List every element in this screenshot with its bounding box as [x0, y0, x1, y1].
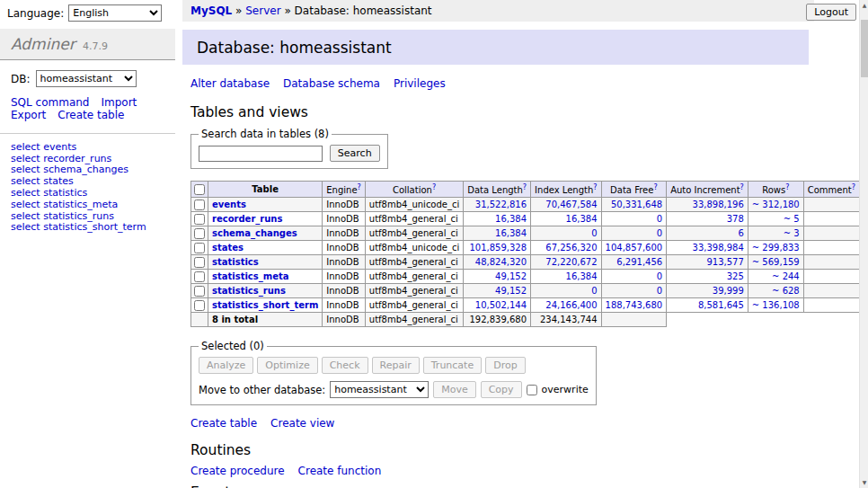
- db-action-link-alter-database[interactable]: Alter database: [190, 77, 270, 90]
- breadcrumb-link[interactable]: MySQL: [190, 4, 232, 17]
- sidebar-link-import[interactable]: Import: [101, 96, 137, 109]
- sidebar-select-link[interactable]: select: [11, 199, 40, 210]
- scroll-down-arrow[interactable]: ▼: [860, 477, 868, 488]
- sidebar-select-link[interactable]: select: [11, 187, 40, 199]
- search-button[interactable]: Search: [330, 145, 380, 162]
- auto-increment-link[interactable]: 325: [727, 271, 744, 281]
- auto-increment-link[interactable]: 33,398,984: [693, 243, 744, 253]
- sidebar-table-link[interactable]: recorder_runs: [43, 153, 111, 164]
- auto-increment-link[interactable]: 6: [738, 228, 743, 238]
- column-help-link[interactable]: ?: [852, 183, 855, 191]
- create-link-create-function[interactable]: Create function: [298, 465, 382, 477]
- bulk-drop-button[interactable]: Drop: [485, 357, 525, 374]
- index-length-link[interactable]: 0: [591, 286, 597, 296]
- move-button[interactable]: Move: [433, 381, 476, 398]
- data-length-link[interactable]: 10,502,144: [475, 300, 527, 310]
- row-checkbox[interactable]: [194, 257, 205, 268]
- language-select[interactable]: English: [68, 4, 162, 22]
- auto-increment-link[interactable]: 378: [727, 214, 744, 224]
- bulk-analyze-button[interactable]: Analyze: [199, 357, 253, 374]
- data-free-link[interactable]: 0: [657, 286, 662, 296]
- db-action-link-privileges[interactable]: Privileges: [394, 77, 446, 90]
- rows-link[interactable]: ~ 244: [772, 271, 800, 281]
- table-name-link[interactable]: statistics_runs: [212, 286, 286, 296]
- data-free-link[interactable]: 0: [657, 214, 662, 224]
- index-length-link[interactable]: 70,467,584: [545, 200, 597, 209]
- bulk-check-button[interactable]: Check: [322, 357, 368, 374]
- create-link-create-procedure[interactable]: Create procedure: [190, 465, 285, 477]
- index-length-link[interactable]: 16,384: [566, 214, 598, 224]
- scroll-up-arrow[interactable]: ▲: [860, 0, 868, 11]
- sidebar-table-link[interactable]: events: [43, 141, 76, 153]
- auto-increment-link[interactable]: 39,999: [713, 286, 744, 296]
- data-length-link[interactable]: 16,384: [495, 228, 527, 238]
- breadcrumb-link[interactable]: Server: [245, 4, 280, 17]
- sidebar-link-create-table[interactable]: Create table: [58, 109, 124, 121]
- data-length-link[interactable]: 48,824,320: [475, 257, 527, 267]
- scrollbar[interactable]: ▲ ▼: [859, 0, 868, 488]
- app-name-link[interactable]: Adminer: [11, 35, 75, 53]
- data-free-link[interactable]: 0: [657, 271, 662, 281]
- search-input[interactable]: [199, 146, 323, 162]
- bulk-optimize-button[interactable]: Optimize: [257, 357, 317, 374]
- bulk-truncate-button[interactable]: Truncate: [423, 357, 482, 374]
- table-name-link[interactable]: schema_changes: [212, 228, 297, 238]
- row-checkbox[interactable]: [194, 200, 205, 210]
- data-length-link[interactable]: 49,152: [495, 286, 527, 296]
- table-name-link[interactable]: recorder_runs: [212, 214, 282, 224]
- row-checkbox[interactable]: [194, 228, 205, 239]
- auto-increment-link[interactable]: 8,581,645: [698, 300, 744, 310]
- row-checkbox[interactable]: [194, 271, 205, 282]
- auto-increment-link[interactable]: 33,898,196: [693, 200, 744, 209]
- table-name-link[interactable]: states: [212, 243, 244, 253]
- sidebar-select-link[interactable]: select: [11, 164, 40, 175]
- index-length-link[interactable]: 24,166,400: [545, 300, 597, 310]
- sidebar-table-link[interactable]: statistics_short_term: [43, 221, 146, 233]
- table-name-link[interactable]: statistics_meta: [212, 271, 288, 281]
- sidebar-select-link[interactable]: select: [11, 153, 40, 164]
- sidebar-link-export[interactable]: Export: [11, 109, 46, 121]
- row-checkbox[interactable]: [194, 300, 205, 311]
- index-length-link[interactable]: 72,220,672: [545, 257, 597, 267]
- data-length-link[interactable]: 31,522,816: [475, 200, 527, 209]
- sidebar-select-link[interactable]: select: [11, 175, 40, 187]
- column-help-link[interactable]: ?: [785, 183, 789, 191]
- data-length-link[interactable]: 49,152: [495, 271, 527, 281]
- data-free-link[interactable]: 188,743,680: [606, 300, 663, 310]
- index-length-link[interactable]: 0: [591, 228, 597, 238]
- column-help-link[interactable]: ?: [593, 183, 597, 191]
- sidebar-select-link[interactable]: select: [11, 221, 40, 233]
- column-help-link[interactable]: ?: [740, 183, 744, 191]
- db-select[interactable]: homeassistant: [36, 70, 137, 87]
- rows-link[interactable]: ~ 299,833: [752, 243, 800, 253]
- sidebar-select-link[interactable]: select: [11, 210, 40, 222]
- sidebar-select-link[interactable]: select: [11, 141, 40, 153]
- create-link-create-view[interactable]: Create view: [270, 417, 334, 430]
- data-free-link[interactable]: 50,331,648: [611, 200, 662, 209]
- row-checkbox[interactable]: [194, 214, 205, 225]
- rows-link[interactable]: ~ 628: [772, 286, 800, 296]
- bulk-repair-button[interactable]: Repair: [372, 357, 420, 374]
- row-checkbox[interactable]: [194, 286, 205, 297]
- index-length-link[interactable]: 67,256,320: [545, 243, 597, 253]
- sidebar-table-link[interactable]: states: [43, 175, 74, 187]
- rows-link[interactable]: ~ 136,108: [752, 300, 800, 310]
- rows-link[interactable]: ~ 3: [784, 228, 800, 238]
- table-name-link[interactable]: statistics: [212, 257, 259, 267]
- data-free-link[interactable]: 6,291,456: [616, 257, 662, 267]
- data-length-link[interactable]: 16,384: [495, 214, 527, 224]
- data-length-link[interactable]: 101,859,328: [469, 243, 527, 253]
- table-name-link[interactable]: events: [212, 200, 246, 209]
- sidebar-table-link[interactable]: schema_changes: [43, 164, 128, 175]
- rows-link[interactable]: ~ 312,180: [752, 200, 800, 209]
- column-help-link[interactable]: ?: [432, 183, 436, 191]
- copy-button[interactable]: Copy: [481, 381, 522, 398]
- data-free-link[interactable]: 0: [657, 228, 662, 238]
- move-db-select[interactable]: homeassistant: [330, 381, 429, 398]
- rows-link[interactable]: ~ 569,159: [752, 257, 800, 267]
- column-help-link[interactable]: ?: [523, 183, 527, 191]
- sidebar-table-link[interactable]: statistics_runs: [43, 210, 114, 222]
- overwrite-checkbox[interactable]: [527, 385, 537, 395]
- auto-increment-link[interactable]: 913,577: [706, 257, 743, 267]
- column-help-link[interactable]: ?: [358, 183, 361, 191]
